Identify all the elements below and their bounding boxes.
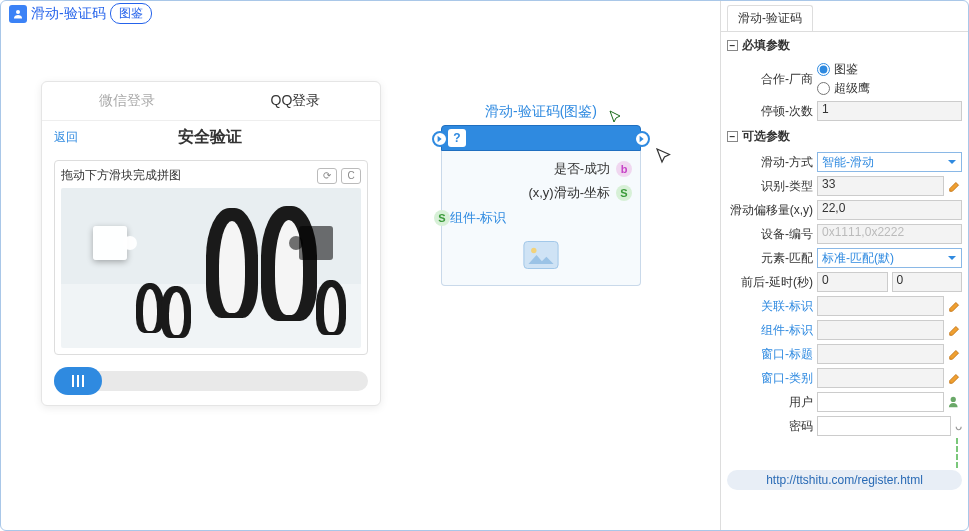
verify-title: 安全验证 xyxy=(52,127,368,148)
penguin-shape xyxy=(161,286,191,338)
refresh-icon[interactable]: ⟳ xyxy=(317,168,337,184)
edit-icon[interactable] xyxy=(948,323,962,337)
section-required[interactable]: − 必填参数 xyxy=(721,32,968,59)
wintitle-input[interactable] xyxy=(817,344,944,364)
puzzle-bar: 拖动下方滑块完成拼图 ⟳ C xyxy=(61,167,361,184)
svg-point-3 xyxy=(951,397,956,402)
flow-node: 滑动-验证码(图鉴) ? 是否-成功 b (x,y)滑动-坐标 S S 组件-标… xyxy=(441,103,641,286)
offset-input[interactable]: 22,0 xyxy=(817,200,962,220)
info-icon[interactable]: C xyxy=(341,168,361,184)
device-input[interactable]: 0x1111,0x2222 xyxy=(817,224,962,244)
section-optional[interactable]: − 可选参数 xyxy=(721,123,968,150)
field-label[interactable]: 窗口-标题 xyxy=(721,346,813,363)
field-label: 滑动偏移量(x,y) xyxy=(721,202,813,219)
header-badge[interactable]: 图鉴 xyxy=(110,3,152,24)
eye-icon[interactable]: ᴗ xyxy=(955,419,962,433)
field-label: 合作-厂商 xyxy=(721,71,813,88)
pass-input[interactable] xyxy=(817,416,951,436)
header: 滑动-验证码 图鉴 xyxy=(9,3,152,24)
svg-point-2 xyxy=(531,248,536,253)
main-canvas: 微信登录 QQ登录 返回 安全验证 拖动下方滑块完成拼图 ⟳ C xyxy=(1,1,720,530)
node-output-connector[interactable] xyxy=(634,131,650,147)
field-label: 密码 xyxy=(721,418,813,435)
radio-tujian[interactable]: 图鉴 xyxy=(817,61,870,78)
node-comp-label: 组件-标识 xyxy=(450,209,506,227)
comptag-input[interactable] xyxy=(817,320,944,340)
type-input[interactable]: 33 xyxy=(817,176,944,196)
field-label[interactable]: 组件-标识 xyxy=(721,322,813,339)
reltag-input[interactable] xyxy=(817,296,944,316)
edit-icon[interactable] xyxy=(948,299,962,313)
user-input[interactable] xyxy=(817,392,944,412)
field-recognize-type: 识别-类型 33 xyxy=(721,174,968,198)
section-title: 必填参数 xyxy=(742,37,790,54)
captcha-dialog: 微信登录 QQ登录 返回 安全验证 拖动下方滑块完成拼图 ⟳ C xyxy=(41,81,381,406)
person-icon xyxy=(9,5,27,23)
field-pause-count: 停顿-次数 1 xyxy=(721,99,968,123)
node-component-id[interactable]: S 组件-标识 xyxy=(442,205,640,231)
mode-select[interactable]: 智能-滑动 xyxy=(817,152,962,172)
node-output-success[interactable]: 是否-成功 b xyxy=(442,157,640,181)
collapse-icon[interactable]: − xyxy=(727,40,738,51)
guide-arrow xyxy=(956,438,958,468)
field-password: 密码 ᴗ xyxy=(721,414,968,438)
field-slide-mode: 滑动-方式 智能-滑动 xyxy=(721,150,968,174)
field-label: 滑动-方式 xyxy=(721,154,813,171)
type-pill-string: S xyxy=(434,210,450,226)
field-label[interactable]: 关联-标识 xyxy=(721,298,813,315)
tab-qq-login[interactable]: QQ登录 xyxy=(211,82,380,120)
field-label: 前后-延时(秒) xyxy=(721,274,813,291)
user-icon[interactable] xyxy=(948,395,962,409)
login-tabs: 微信登录 QQ登录 xyxy=(42,82,380,121)
field-element-match: 元素-匹配 标准-匹配(默) xyxy=(721,246,968,270)
slider-handle[interactable] xyxy=(54,367,102,395)
field-label: 用户 xyxy=(721,394,813,411)
field-label: 停顿-次数 xyxy=(721,103,813,120)
register-link[interactable]: http://ttshitu.com/register.html xyxy=(727,470,962,490)
cursor-icon xyxy=(656,148,672,164)
delay-before-input[interactable]: 0 xyxy=(817,272,888,292)
radio-chaojiying[interactable]: 超级鹰 xyxy=(817,80,870,97)
svg-point-0 xyxy=(16,10,20,14)
field-label: 元素-匹配 xyxy=(721,250,813,267)
puzzle-instruction: 拖动下方滑块完成拼图 xyxy=(61,167,181,184)
edit-icon[interactable] xyxy=(948,371,962,385)
panel-tab[interactable]: 滑动-验证码 xyxy=(721,1,968,32)
penguin-shape xyxy=(316,280,346,335)
field-relation-tag: 关联-标识 xyxy=(721,294,968,318)
penguin-shape xyxy=(261,206,317,321)
match-select[interactable]: 标准-匹配(默) xyxy=(817,248,962,268)
edit-icon[interactable] xyxy=(948,347,962,361)
type-pill-string: S xyxy=(616,185,632,201)
help-icon[interactable]: ? xyxy=(448,129,466,147)
node-output-coords[interactable]: (x,y)滑动-坐标 S xyxy=(442,181,640,205)
field-window-title: 窗口-标题 xyxy=(721,342,968,366)
puzzle-image[interactable] xyxy=(61,188,361,348)
puzzle-piece[interactable] xyxy=(93,226,127,260)
field-label[interactable]: 窗口-类别 xyxy=(721,370,813,387)
field-label: 设备-编号 xyxy=(721,226,813,243)
winclass-input[interactable] xyxy=(817,368,944,388)
penguin-shape xyxy=(136,283,164,333)
delay-after-input[interactable]: 0 xyxy=(892,272,963,292)
slider-track[interactable] xyxy=(54,371,368,391)
field-offset: 滑动偏移量(x,y) 22,0 xyxy=(721,198,968,222)
field-window-class: 窗口-类别 xyxy=(721,366,968,390)
node-image-placeholder xyxy=(442,231,640,279)
pause-input[interactable]: 1 xyxy=(817,101,962,121)
node-input-connector[interactable] xyxy=(432,131,448,147)
cursor-icon xyxy=(609,110,623,124)
node-row-label: 是否-成功 xyxy=(554,160,610,178)
type-pill-bool: b xyxy=(616,161,632,177)
field-vendor: 合作-厂商 图鉴 超级鹰 xyxy=(721,59,968,99)
tab-wechat-login[interactable]: 微信登录 xyxy=(42,82,211,120)
node-header[interactable]: ? xyxy=(441,125,641,151)
header-title: 滑动-验证码 xyxy=(31,5,106,23)
section-title: 可选参数 xyxy=(742,128,790,145)
penguin-shape xyxy=(206,208,258,318)
edit-icon[interactable] xyxy=(948,179,962,193)
field-component-tag: 组件-标识 xyxy=(721,318,968,342)
puzzle-box: 拖动下方滑块完成拼图 ⟳ C xyxy=(54,160,368,355)
field-label: 识别-类型 xyxy=(721,178,813,195)
collapse-icon[interactable]: − xyxy=(727,131,738,142)
